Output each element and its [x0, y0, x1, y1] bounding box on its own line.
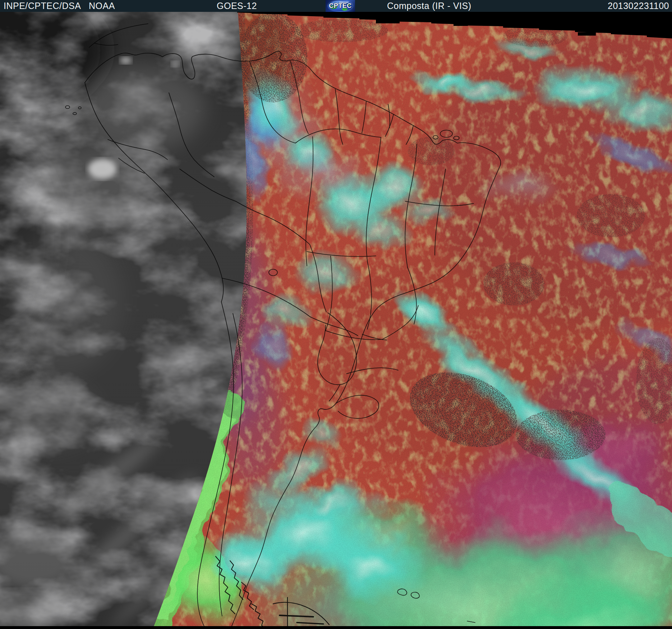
noaa-label: NOAA	[89, 0, 115, 12]
bottom-black-strip	[0, 626, 672, 629]
satellite-composite-image	[0, 0, 672, 629]
cptec-logo-text: CPTEC	[326, 0, 355, 12]
satellite-viewer: INPE/CPTEC/DSA NOAA GOES-12 CPTEC Compos…	[0, 0, 672, 629]
satellite-label: GOES-12	[217, 0, 257, 12]
agency-label: INPE/CPTEC/DSA	[4, 0, 81, 12]
title-bar: INPE/CPTEC/DSA NOAA GOES-12 CPTEC Compos…	[0, 0, 672, 12]
timestamp-label: 201302231100	[608, 0, 669, 12]
cptec-logo: CPTEC	[326, 0, 355, 12]
product-label: Composta (IR - VIS)	[387, 0, 471, 12]
